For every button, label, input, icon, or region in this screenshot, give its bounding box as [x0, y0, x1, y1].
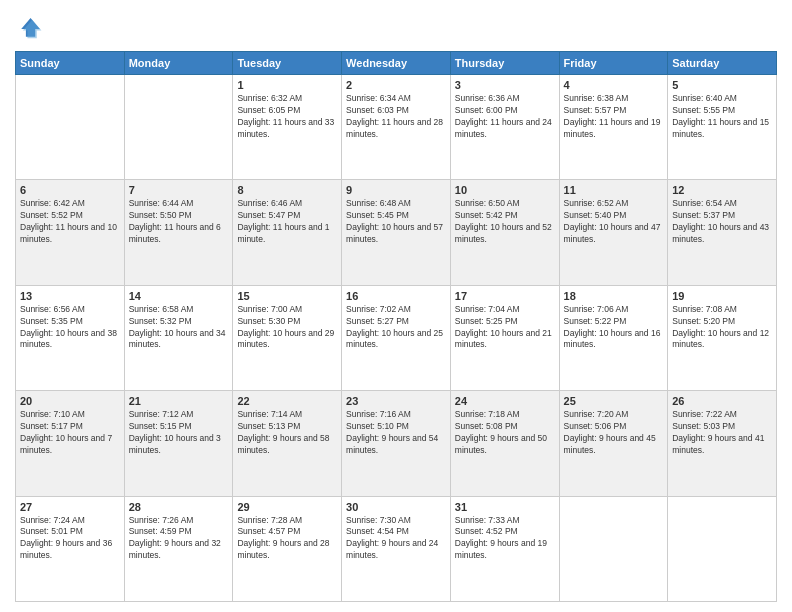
- day-info: Sunrise: 7:26 AMSunset: 4:59 PMDaylight:…: [129, 515, 229, 563]
- calendar-cell: 3Sunrise: 6:36 AMSunset: 6:00 PMDaylight…: [450, 75, 559, 180]
- day-info: Sunrise: 6:48 AMSunset: 5:45 PMDaylight:…: [346, 198, 446, 246]
- day-info: Sunrise: 7:10 AMSunset: 5:17 PMDaylight:…: [20, 409, 120, 457]
- calendar-cell: [559, 496, 668, 601]
- day-number: 6: [20, 184, 120, 196]
- calendar-cell: 9Sunrise: 6:48 AMSunset: 5:45 PMDaylight…: [342, 180, 451, 285]
- calendar-cell: 5Sunrise: 6:40 AMSunset: 5:55 PMDaylight…: [668, 75, 777, 180]
- day-number: 19: [672, 290, 772, 302]
- day-header-friday: Friday: [559, 52, 668, 75]
- day-header-saturday: Saturday: [668, 52, 777, 75]
- calendar-cell: 6Sunrise: 6:42 AMSunset: 5:52 PMDaylight…: [16, 180, 125, 285]
- day-number: 8: [237, 184, 337, 196]
- day-number: 16: [346, 290, 446, 302]
- day-info: Sunrise: 6:38 AMSunset: 5:57 PMDaylight:…: [564, 93, 664, 141]
- day-info: Sunrise: 7:24 AMSunset: 5:01 PMDaylight:…: [20, 515, 120, 563]
- calendar-cell: 29Sunrise: 7:28 AMSunset: 4:57 PMDayligh…: [233, 496, 342, 601]
- header-row: SundayMondayTuesdayWednesdayThursdayFrid…: [16, 52, 777, 75]
- calendar-cell: 22Sunrise: 7:14 AMSunset: 5:13 PMDayligh…: [233, 391, 342, 496]
- calendar-cell: 28Sunrise: 7:26 AMSunset: 4:59 PMDayligh…: [124, 496, 233, 601]
- calendar-cell: 12Sunrise: 6:54 AMSunset: 5:37 PMDayligh…: [668, 180, 777, 285]
- calendar-cell: [668, 496, 777, 601]
- day-info: Sunrise: 6:46 AMSunset: 5:47 PMDaylight:…: [237, 198, 337, 246]
- day-info: Sunrise: 6:40 AMSunset: 5:55 PMDaylight:…: [672, 93, 772, 141]
- svg-marker-1: [23, 20, 42, 39]
- day-number: 17: [455, 290, 555, 302]
- day-info: Sunrise: 7:02 AMSunset: 5:27 PMDaylight:…: [346, 304, 446, 352]
- day-number: 4: [564, 79, 664, 91]
- day-number: 20: [20, 395, 120, 407]
- day-info: Sunrise: 7:33 AMSunset: 4:52 PMDaylight:…: [455, 515, 555, 563]
- day-number: 28: [129, 501, 229, 513]
- calendar-cell: 31Sunrise: 7:33 AMSunset: 4:52 PMDayligh…: [450, 496, 559, 601]
- calendar-cell: [124, 75, 233, 180]
- day-number: 12: [672, 184, 772, 196]
- day-info: Sunrise: 7:16 AMSunset: 5:10 PMDaylight:…: [346, 409, 446, 457]
- day-number: 30: [346, 501, 446, 513]
- day-number: 3: [455, 79, 555, 91]
- day-info: Sunrise: 7:20 AMSunset: 5:06 PMDaylight:…: [564, 409, 664, 457]
- week-row-1: 6Sunrise: 6:42 AMSunset: 5:52 PMDaylight…: [16, 180, 777, 285]
- day-number: 27: [20, 501, 120, 513]
- calendar-cell: 11Sunrise: 6:52 AMSunset: 5:40 PMDayligh…: [559, 180, 668, 285]
- day-info: Sunrise: 7:28 AMSunset: 4:57 PMDaylight:…: [237, 515, 337, 563]
- day-number: 22: [237, 395, 337, 407]
- calendar-cell: 24Sunrise: 7:18 AMSunset: 5:08 PMDayligh…: [450, 391, 559, 496]
- calendar-cell: 18Sunrise: 7:06 AMSunset: 5:22 PMDayligh…: [559, 285, 668, 390]
- day-number: 29: [237, 501, 337, 513]
- day-header-monday: Monday: [124, 52, 233, 75]
- page: SundayMondayTuesdayWednesdayThursdayFrid…: [0, 0, 792, 612]
- day-info: Sunrise: 6:44 AMSunset: 5:50 PMDaylight:…: [129, 198, 229, 246]
- week-row-4: 27Sunrise: 7:24 AMSunset: 5:01 PMDayligh…: [16, 496, 777, 601]
- day-header-wednesday: Wednesday: [342, 52, 451, 75]
- day-number: 1: [237, 79, 337, 91]
- day-number: 10: [455, 184, 555, 196]
- calendar-cell: 19Sunrise: 7:08 AMSunset: 5:20 PMDayligh…: [668, 285, 777, 390]
- day-number: 7: [129, 184, 229, 196]
- day-info: Sunrise: 6:34 AMSunset: 6:03 PMDaylight:…: [346, 93, 446, 141]
- day-info: Sunrise: 6:58 AMSunset: 5:32 PMDaylight:…: [129, 304, 229, 352]
- day-info: Sunrise: 7:22 AMSunset: 5:03 PMDaylight:…: [672, 409, 772, 457]
- day-info: Sunrise: 7:30 AMSunset: 4:54 PMDaylight:…: [346, 515, 446, 563]
- week-row-2: 13Sunrise: 6:56 AMSunset: 5:35 PMDayligh…: [16, 285, 777, 390]
- day-number: 18: [564, 290, 664, 302]
- calendar-cell: 10Sunrise: 6:50 AMSunset: 5:42 PMDayligh…: [450, 180, 559, 285]
- calendar-cell: 20Sunrise: 7:10 AMSunset: 5:17 PMDayligh…: [16, 391, 125, 496]
- day-number: 14: [129, 290, 229, 302]
- day-number: 13: [20, 290, 120, 302]
- logo: [15, 15, 47, 43]
- day-info: Sunrise: 7:14 AMSunset: 5:13 PMDaylight:…: [237, 409, 337, 457]
- day-info: Sunrise: 7:00 AMSunset: 5:30 PMDaylight:…: [237, 304, 337, 352]
- day-info: Sunrise: 6:52 AMSunset: 5:40 PMDaylight:…: [564, 198, 664, 246]
- day-number: 24: [455, 395, 555, 407]
- day-info: Sunrise: 7:18 AMSunset: 5:08 PMDaylight:…: [455, 409, 555, 457]
- calendar-table: SundayMondayTuesdayWednesdayThursdayFrid…: [15, 51, 777, 602]
- header: [15, 15, 777, 43]
- calendar-cell: 26Sunrise: 7:22 AMSunset: 5:03 PMDayligh…: [668, 391, 777, 496]
- day-info: Sunrise: 6:50 AMSunset: 5:42 PMDaylight:…: [455, 198, 555, 246]
- calendar-cell: 4Sunrise: 6:38 AMSunset: 5:57 PMDaylight…: [559, 75, 668, 180]
- day-number: 5: [672, 79, 772, 91]
- calendar-cell: 23Sunrise: 7:16 AMSunset: 5:10 PMDayligh…: [342, 391, 451, 496]
- day-info: Sunrise: 7:12 AMSunset: 5:15 PMDaylight:…: [129, 409, 229, 457]
- calendar-cell: 1Sunrise: 6:32 AMSunset: 6:05 PMDaylight…: [233, 75, 342, 180]
- week-row-3: 20Sunrise: 7:10 AMSunset: 5:17 PMDayligh…: [16, 391, 777, 496]
- calendar-cell: 17Sunrise: 7:04 AMSunset: 5:25 PMDayligh…: [450, 285, 559, 390]
- calendar-cell: 16Sunrise: 7:02 AMSunset: 5:27 PMDayligh…: [342, 285, 451, 390]
- calendar-cell: 27Sunrise: 7:24 AMSunset: 5:01 PMDayligh…: [16, 496, 125, 601]
- day-number: 9: [346, 184, 446, 196]
- day-info: Sunrise: 6:54 AMSunset: 5:37 PMDaylight:…: [672, 198, 772, 246]
- day-number: 11: [564, 184, 664, 196]
- day-number: 2: [346, 79, 446, 91]
- day-info: Sunrise: 7:08 AMSunset: 5:20 PMDaylight:…: [672, 304, 772, 352]
- week-row-0: 1Sunrise: 6:32 AMSunset: 6:05 PMDaylight…: [16, 75, 777, 180]
- day-number: 21: [129, 395, 229, 407]
- day-number: 31: [455, 501, 555, 513]
- day-header-thursday: Thursday: [450, 52, 559, 75]
- day-info: Sunrise: 6:42 AMSunset: 5:52 PMDaylight:…: [20, 198, 120, 246]
- day-number: 15: [237, 290, 337, 302]
- day-info: Sunrise: 7:06 AMSunset: 5:22 PMDaylight:…: [564, 304, 664, 352]
- day-header-tuesday: Tuesday: [233, 52, 342, 75]
- calendar-cell: 25Sunrise: 7:20 AMSunset: 5:06 PMDayligh…: [559, 391, 668, 496]
- calendar-cell: 15Sunrise: 7:00 AMSunset: 5:30 PMDayligh…: [233, 285, 342, 390]
- day-number: 25: [564, 395, 664, 407]
